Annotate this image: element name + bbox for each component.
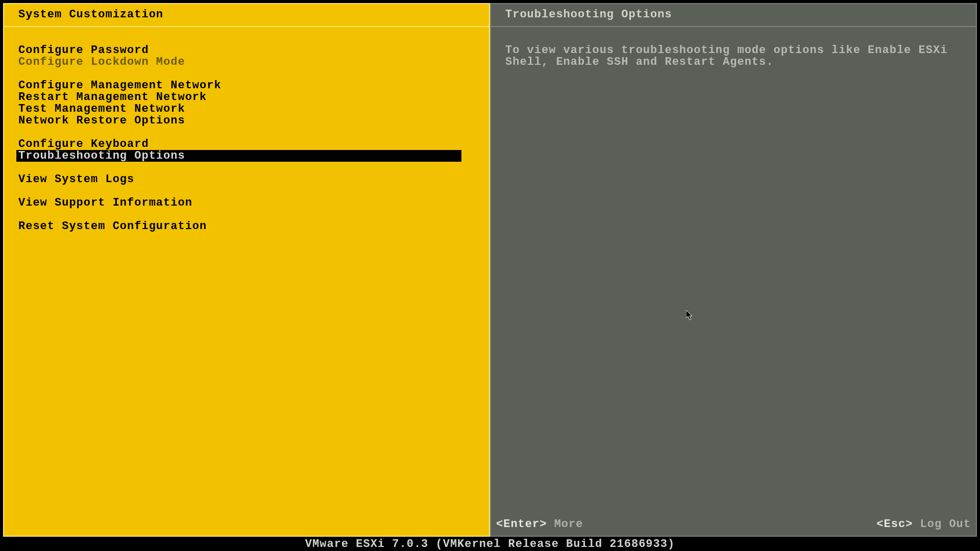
mouse-cursor-icon — [686, 310, 693, 320]
right-panel-title: Troubleshooting Options — [491, 4, 976, 27]
footer-enter: <Enter> More — [496, 518, 583, 531]
footer-esc: <Esc> Log Out — [876, 518, 971, 531]
svg-marker-0 — [686, 310, 692, 320]
left-panel-title: System Customization — [4, 4, 489, 27]
dcui-screen: System Customization Configure PasswordC… — [0, 0, 980, 551]
esc-key: <Esc> — [876, 518, 913, 531]
menu-item-view-system-logs[interactable]: View System Logs — [16, 173, 477, 185]
menu-item-configure-management-network[interactable]: Configure Management Network — [16, 80, 477, 91]
right-panel: Troubleshooting Options To view various … — [490, 3, 977, 537]
menu-item-reset-system-configuration[interactable]: Reset System Configuration — [16, 220, 477, 232]
menu-item-restart-management-network[interactable]: Restart Management Network — [16, 91, 477, 103]
status-bar: VMware ESXi 7.0.3 (VMKernel Release Buil… — [0, 538, 980, 551]
menu-item-test-management-network[interactable]: Test Management Network — [16, 103, 477, 115]
enter-label: More — [554, 518, 583, 531]
menu-item-network-restore-options[interactable]: Network Restore Options — [16, 115, 477, 127]
menu-spacer — [16, 68, 477, 80]
menu-spacer — [16, 185, 477, 197]
menu-spacer — [16, 209, 477, 220]
esc-label: Log Out — [920, 518, 971, 531]
menu-list[interactable]: Configure PasswordConfigure Lockdown Mod… — [4, 27, 489, 232]
menu-item-configure-keyboard[interactable]: Configure Keyboard — [16, 138, 477, 150]
detail-description: To view various troubleshooting mode opt… — [491, 27, 976, 68]
menu-item-view-support-information[interactable]: View Support Information — [16, 197, 477, 209]
menu-item-configure-password[interactable]: Configure Password — [16, 44, 477, 56]
menu-item-configure-lockdown-mode: Configure Lockdown Mode — [16, 56, 477, 68]
menu-spacer — [16, 162, 477, 173]
menu-spacer — [16, 127, 477, 138]
footer-keys: <Enter> More <Esc> Log Out — [496, 518, 971, 531]
left-panel: System Customization Configure PasswordC… — [3, 3, 490, 537]
menu-item-troubleshooting-options[interactable]: Troubleshooting Options — [16, 150, 461, 162]
enter-key: <Enter> — [496, 518, 547, 531]
